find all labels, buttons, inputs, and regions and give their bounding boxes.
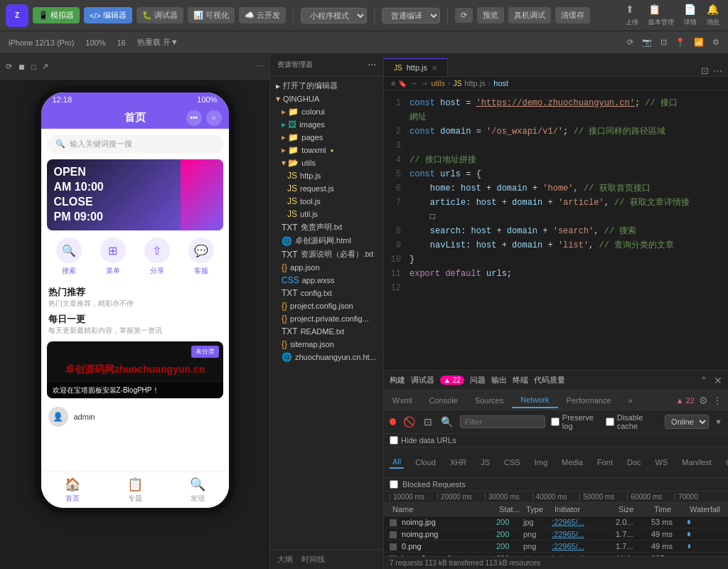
nav-service[interactable]: 💬 客服 <box>188 238 214 276</box>
tab-console[interactable]: Console <box>421 393 466 408</box>
nav-search[interactable]: 🔍 搜索 <box>56 238 82 276</box>
online-select[interactable]: Online <box>665 415 709 429</box>
file-zhuochuang-html[interactable]: 🌐 卓创源码网.html <box>270 234 383 248</box>
debugger-btn[interactable]: 🐛 调试器 <box>136 7 183 23</box>
tab-http-js[interactable]: JS http.js ✕ <box>384 58 448 76</box>
file-tool-js[interactable]: JS tool.js <box>270 195 383 208</box>
blocked-requests-checkbox[interactable] <box>390 480 398 489</box>
wifi-btn[interactable]: 📶 <box>694 38 704 47</box>
size-select[interactable]: 16 <box>117 38 125 47</box>
tab-wxml[interactable]: Wxml <box>384 393 421 408</box>
file-http-js[interactable]: JS http.js <box>270 169 383 182</box>
filter-js[interactable]: JS <box>478 457 493 468</box>
layout-btn[interactable]: ⊡ <box>660 38 667 47</box>
filter-input[interactable] <box>460 415 545 428</box>
new-file-btn[interactable]: ⋯ <box>368 60 376 70</box>
filter-cloud[interactable]: Cloud <box>412 457 439 468</box>
folder-utils[interactable]: ▾ 📂 utils <box>270 156 383 169</box>
upload-btn[interactable]: ⬆上传 <box>623 1 641 30</box>
messages-btn[interactable]: 🔔消息 <box>704 1 722 30</box>
record-btn[interactable] <box>390 418 396 425</box>
table-row[interactable]: noimg.jpg 200 jpg :22965/... 2.0... 53 m… <box>384 516 728 528</box>
simulator-btn[interactable]: 📱 模拟器 <box>33 7 80 23</box>
search-icon[interactable]: 🔍 <box>439 415 454 429</box>
filter-ws[interactable]: WS <box>653 457 671 468</box>
tab-more-btn[interactable]: » <box>620 393 641 408</box>
phone-search-bar[interactable]: 🔍 输入关键词搜一搜 <box>47 134 223 154</box>
hot-reload-btn[interactable]: 热重载 开▼ <box>137 37 178 48</box>
tab-sources[interactable]: Sources <box>466 393 512 408</box>
clear-btn[interactable]: 🚫 <box>402 415 417 429</box>
mode-select[interactable]: 小程序模式 <box>301 8 367 23</box>
devtools-close-btn[interactable]: ✕ <box>714 375 722 386</box>
nav-share[interactable]: ⇧ 分享 <box>144 238 170 276</box>
zoom-select[interactable]: 100% <box>85 38 105 47</box>
filter-media[interactable]: Media <box>559 457 586 468</box>
editor-more-btn[interactable]: ⋯ <box>713 65 722 76</box>
tab-performance[interactable]: Performance <box>558 393 620 408</box>
filter-font[interactable]: Font <box>594 457 616 468</box>
version-btn[interactable]: 📋版本管理 <box>646 1 677 30</box>
file-request-js[interactable]: JS request.js <box>270 182 383 195</box>
filter-xhr[interactable]: XHR <box>447 457 469 468</box>
file-readme-txt[interactable]: TXT 资源说明（必看）.txt <box>270 248 383 261</box>
filter-other[interactable]: Other <box>723 457 728 468</box>
file-disclaimer[interactable]: TXT 免责声明.txt <box>270 220 383 234</box>
project-root[interactable]: ▾ QINGHUA <box>270 92 383 105</box>
filter-manifest[interactable]: Manifest <box>679 457 714 468</box>
table-row[interactable]: noimg.png 200 png :22965/... 1.7... 49 m… <box>384 528 728 541</box>
detail-btn[interactable]: 📄详情 <box>681 1 700 30</box>
settings-btn[interactable]: ⚙ <box>712 38 719 47</box>
file-app-json[interactable]: {} app.json <box>270 261 383 274</box>
file-sitemap[interactable]: {} sitemap.json <box>270 338 383 351</box>
refresh-btn[interactable]: ⟳ <box>455 8 473 23</box>
folder-towxml[interactable]: ▸ 📁 towxml ● <box>270 144 383 156</box>
nav-menu[interactable]: ⊞ 菜单 <box>100 238 126 276</box>
disable-cache-checkbox[interactable] <box>606 418 614 426</box>
tab-network[interactable]: Network <box>512 393 557 408</box>
close-tab-btn[interactable]: ✕ <box>432 64 437 72</box>
filter-img[interactable]: Img <box>532 457 550 468</box>
quick-save-btn[interactable]: 清缓存 <box>555 7 590 23</box>
table-row[interactable]: 0.png 200 png :22965/... 1.7... 49 ms <box>384 541 728 553</box>
location-btn[interactable]: 📍 <box>675 38 685 47</box>
phone-model-select[interactable]: iPhone 12/13 (Pro) <box>9 38 74 47</box>
devtools-expand-btn[interactable]: ⌃ <box>700 375 708 386</box>
timeline-btn[interactable]: 时间线 <box>301 554 325 565</box>
file-zhuochuang-html2[interactable]: 🌐 zhuochuangyun.cn.ht... <box>270 351 383 363</box>
file-util-js[interactable]: JS util.js <box>270 208 383 220</box>
cloud-btn[interactable]: ☁️ 云开发 <box>239 7 286 23</box>
tab-topics[interactable]: 📋 专题 <box>127 477 143 504</box>
gear-icon[interactable]: ⚙ <box>699 395 708 406</box>
editor-split-btn[interactable]: ⊡ <box>701 65 709 76</box>
phone-card[interactable]: 未分类 卓创源码网zhuochuangyun.cn 欢迎在宝塔面板安装Z-Blo… <box>47 341 223 398</box>
tab-home[interactable]: 🏠 首页 <box>65 477 80 504</box>
open-editor-section[interactable]: ▸ 打开了的编辑器 <box>270 79 383 92</box>
rotate-btn[interactable]: ⟳ <box>627 38 633 47</box>
file-app-wxss[interactable]: CSS app.wxss <box>270 274 383 287</box>
outline-btn[interactable]: 大纲 <box>277 554 293 565</box>
file-project-config[interactable]: {} project.config.json <box>270 299 383 312</box>
header-dots-btn[interactable]: ••• <box>186 110 202 126</box>
file-config-txt[interactable]: TXT config.txt <box>270 287 383 299</box>
file-project-private[interactable]: {} project.private.config... <box>270 312 383 325</box>
visualize-btn[interactable]: 📊 可视化 <box>188 7 235 23</box>
filter-icon[interactable]: ⊡ <box>422 415 434 429</box>
editor-btn[interactable]: </> 编辑器 <box>84 7 132 23</box>
folder-colorui[interactable]: ▸ 📁 colorui <box>270 105 383 118</box>
file-readme[interactable]: TXT README.txt <box>270 325 383 338</box>
filter-all[interactable]: All <box>390 456 404 469</box>
dots-icon[interactable]: ⋮ <box>712 395 722 406</box>
code-editor[interactable]: 1 const host = 'https://demo.zhuochuangy… <box>384 90 728 370</box>
header-circle-btn[interactable]: ○ <box>206 110 222 126</box>
screenshot-btn[interactable]: 📷 <box>642 38 652 47</box>
filter-css[interactable]: CSS <box>501 457 523 468</box>
preserve-log-checkbox[interactable] <box>551 418 560 426</box>
folder-images[interactable]: ▸ 🖼 images <box>270 118 383 131</box>
real-device-btn[interactable]: 真机调试 <box>508 7 551 23</box>
tab-discover[interactable]: 🔍 发现 <box>190 477 205 504</box>
filter-doc[interactable]: Doc <box>624 457 644 468</box>
hide-data-urls-checkbox[interactable] <box>390 436 398 445</box>
folder-pages[interactable]: ▸ 📁 pages <box>270 131 383 144</box>
compile-select[interactable]: 普通编译 <box>382 8 440 23</box>
